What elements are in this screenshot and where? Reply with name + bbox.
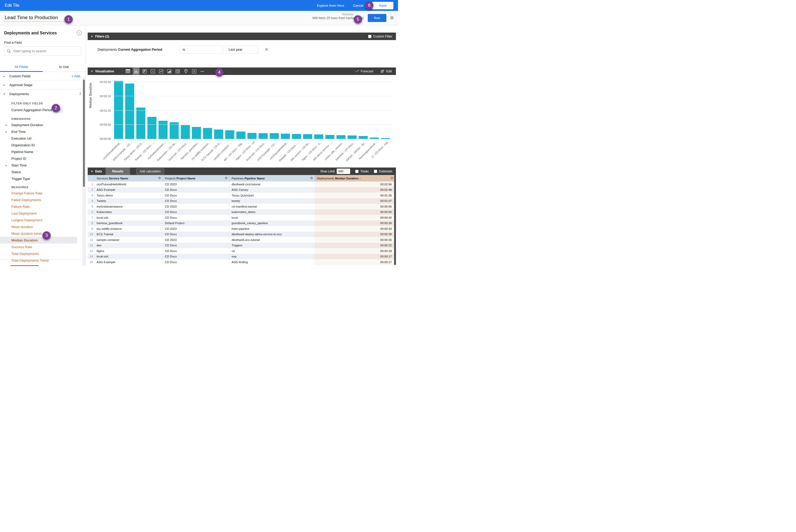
row-limit-input[interactable] — [337, 169, 350, 174]
table-row[interactable]: 15ASG ExampleCD DocsASG Rolling00:00:17 — [88, 259, 396, 265]
sidebar-scrollbar-thumb[interactable] — [83, 80, 85, 187]
chart-bar[interactable] — [181, 125, 190, 139]
column-header-median-duration[interactable]: Deployments Median Duration ↓⚙ — [315, 175, 396, 182]
filter-operator-select[interactable]: is — [180, 45, 223, 54]
table-scrollbar-thumb[interactable] — [394, 175, 396, 265]
chart-bar[interactable] — [136, 108, 145, 139]
explore-from-here-link[interactable]: Explore from Here — [317, 4, 344, 7]
tab-in-use[interactable]: In Use — [43, 62, 85, 72]
sidebar-field-execution-url[interactable]: Execution Url — [0, 135, 85, 142]
edit-viz-button[interactable]: Edit — [381, 70, 392, 73]
chart-bar[interactable] — [348, 135, 357, 139]
collapse-triangle-icon[interactable]: ▼ — [91, 170, 93, 173]
table-row[interactable]: 3Tanzu demoCD DocsTanzu Quickstart00:01:… — [88, 193, 396, 198]
sidebar-field-end-time[interactable]: ▸End Time — [0, 128, 85, 135]
table-row[interactable]: 5myGrafanaInstanceCD 2023cd-manifest-tut… — [88, 204, 396, 209]
table-row[interactable]: 12devCD DocsTriggers00:00:22 — [88, 243, 396, 248]
expander-icon[interactable]: ▸ — [6, 164, 12, 167]
chart-bar[interactable] — [259, 133, 268, 139]
chart-bar[interactable] — [225, 130, 234, 139]
results-tab[interactable]: Results — [106, 168, 130, 175]
sidebar-field-organization-id[interactable]: Organization ID — [0, 142, 85, 148]
table-row[interactable]: 11sample-containerCD 2023dbothwell-ecs-t… — [88, 237, 396, 243]
chart-bar[interactable] — [381, 138, 390, 139]
subtotals-checkbox[interactable] — [374, 170, 377, 173]
sidebar-field-success-rate[interactable]: Success Rate — [0, 244, 85, 250]
sidebar-collapse-icon[interactable]: ‹ — [77, 31, 82, 35]
sidebar-field-last-deployment[interactable]: Last Deployment — [0, 210, 85, 216]
sidebar-field-project-id[interactable]: Project ID — [0, 155, 85, 162]
collapse-triangle-icon[interactable]: ▼ — [91, 35, 93, 38]
add-calculation-button[interactable]: Add calculation — [136, 168, 164, 174]
sidebar-field-pipeline-name[interactable]: Pipeline Name — [0, 148, 85, 155]
area-chart-viz-icon[interactable] — [166, 68, 173, 75]
sidebar-field-status[interactable]: Status — [0, 169, 85, 175]
column-header-project-name[interactable]: Projects Project Name⚙ — [163, 175, 229, 182]
cancel-link[interactable]: Cancel — [353, 4, 363, 7]
sidebar-field-change-failure-rate[interactable]: Change Failure Rate — [0, 190, 85, 196]
sidebar-field-start-time[interactable]: ▸Start Time — [0, 162, 85, 169]
sidebar-field-failure-rate[interactable]: Failure Rate — [0, 203, 85, 210]
chart-bar[interactable] — [159, 121, 168, 139]
table-viz-icon[interactable] — [124, 68, 131, 75]
column-gear-icon[interactable]: ⚙ — [225, 176, 228, 180]
totals-checkbox[interactable] — [355, 170, 358, 173]
filters-section-header[interactable]: ▼ Filters (1) Custom Filter — [88, 33, 396, 40]
more-viz-types-icon[interactable]: ••• — [199, 68, 206, 75]
chart-bar[interactable] — [192, 127, 201, 139]
field-search-box[interactable] — [4, 46, 81, 56]
chart-bar[interactable] — [370, 137, 379, 139]
sidebar-field-mean-duration[interactable]: Mean duration — [0, 223, 85, 230]
table-row[interactable]: 9my-wildfly-instanceCD 2023helm-pipeline… — [88, 226, 396, 232]
chart-bar[interactable] — [303, 134, 312, 139]
table-row[interactable]: 10ECS TutorialCD Docsdbothwell-deploy-al… — [88, 232, 396, 237]
chart-bar[interactable] — [114, 81, 123, 139]
chart-bar[interactable] — [170, 122, 179, 139]
table-row[interactable]: 6KubernetesCD Docskubernetes_demo00:00:5… — [88, 209, 396, 215]
sidebar-field-longest-deployment[interactable]: Longest Deployment — [0, 216, 85, 223]
chart-bar[interactable] — [292, 134, 301, 139]
save-button[interactable]: Save — [372, 2, 393, 9]
column-gear-icon[interactable]: ⚙ — [158, 176, 161, 180]
expander-icon[interactable]: ▾ — [4, 93, 9, 95]
chart-bar[interactable] — [147, 117, 156, 139]
chart-bar[interactable] — [203, 128, 212, 139]
sidebar-item-custom-fields[interactable]: ▸ Custom Fields + Add — [0, 72, 85, 81]
column-header-pipeline-name[interactable]: Pipelines Pipeline Name⚙ — [229, 175, 315, 182]
chart-bar[interactable] — [336, 135, 346, 139]
filter-value-input[interactable]: Last year — [226, 45, 258, 54]
expander-icon[interactable]: ▸ — [6, 124, 12, 127]
sidebar-field-current-aggregation-period[interactable]: Current Aggregation Period — [0, 106, 85, 114]
column-header-service-name[interactable]: Services Service Name⚙ — [94, 175, 163, 182]
chart-bar[interactable] — [270, 133, 279, 139]
table-row[interactable]: 7local-sshCD Docslocal00:00:42 — [88, 215, 396, 221]
expander-icon[interactable]: ▸ — [4, 75, 9, 78]
table-row[interactable]: 1cicdTutorialHelloWorldCD 2023dbothwell-… — [88, 182, 396, 187]
expander-icon[interactable]: ▸ — [6, 130, 12, 133]
sidebar-field-total-deployments-trend[interactable]: Total Deployments Trend — [0, 257, 85, 264]
column-gear-icon[interactable]: ⚙ — [390, 176, 393, 180]
pie-chart-viz-icon[interactable] — [174, 68, 181, 75]
single-value-viz-icon[interactable]: 6 — [190, 68, 198, 75]
sidebar-field-total-deployments[interactable]: Total Deployments — [0, 250, 85, 257]
sidebar-field-trigger-type[interactable]: Trigger Type — [0, 175, 85, 182]
query-settings-gear-icon[interactable]: ⚙ — [390, 16, 394, 20]
expander-icon[interactable]: ▸ — [4, 83, 9, 86]
chart-bar[interactable] — [247, 133, 257, 139]
table-row[interactable]: 13NginxCD Docscd00:00:18 — [88, 248, 396, 254]
custom-filter-checkbox[interactable] — [368, 35, 371, 38]
sidebar-item-deployments[interactable]: ▾ Deployments 2 — [0, 90, 85, 98]
sidebar-field-median-duration[interactable]: Median Duration — [0, 237, 77, 244]
data-section-header[interactable]: ▼ Data Results Add calculation Row Limit… — [88, 168, 396, 175]
scatter-viz-icon[interactable] — [149, 68, 156, 75]
tile-title-input[interactable]: Lead Time to Production — [4, 14, 64, 22]
chart-bar[interactable] — [236, 132, 245, 139]
chart-bar[interactable] — [214, 130, 223, 139]
table-row[interactable]: 14local-sshCD Docsexp00:00:17 — [88, 254, 396, 260]
sidebar-field-failed-deployments[interactable]: Failed Deployments — [0, 196, 85, 203]
chart-bar[interactable] — [281, 134, 290, 139]
chart-bar[interactable] — [359, 136, 368, 139]
horizontal-bar-viz-icon[interactable] — [141, 68, 148, 75]
table-row[interactable]: 8harness_guestbookDefault Projectguestbo… — [88, 221, 396, 226]
forecast-button[interactable]: Forecast — [355, 70, 373, 73]
